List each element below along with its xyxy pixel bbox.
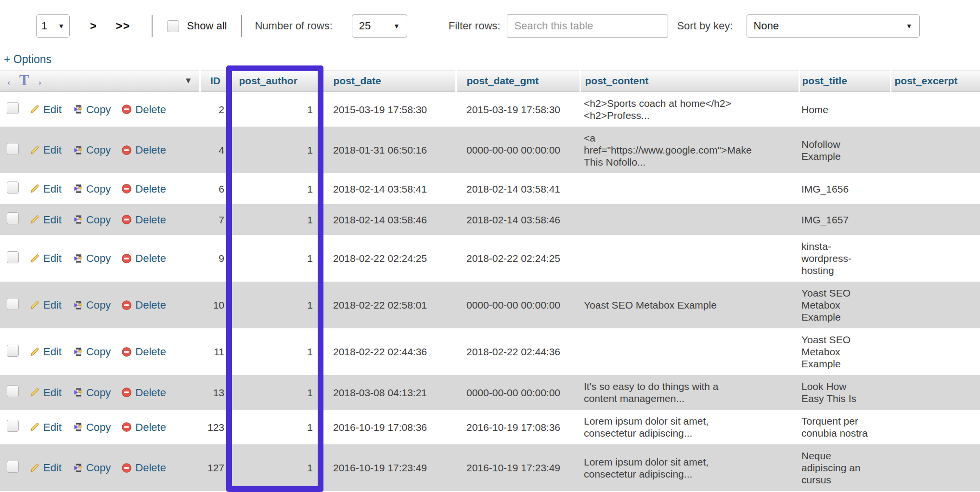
edit-link[interactable]: Edit bbox=[29, 252, 62, 264]
delete-label: Delete bbox=[135, 346, 166, 358]
show-all-checkbox[interactable] bbox=[167, 20, 179, 32]
row-checkbox[interactable] bbox=[7, 251, 19, 263]
cell-post-date: 2018-03-08 04:13:21 bbox=[322, 375, 456, 410]
row-actions-cell: Edit Copy bbox=[29, 410, 200, 444]
row-checkbox[interactable] bbox=[7, 420, 19, 432]
table-row: Edit Copy bbox=[0, 410, 980, 444]
edit-label: Edit bbox=[43, 252, 62, 264]
copy-link[interactable]: Copy bbox=[72, 104, 111, 116]
edit-link[interactable]: Edit bbox=[29, 387, 62, 399]
row-actions-cell: Edit Copy bbox=[29, 375, 200, 410]
row-checkbox[interactable] bbox=[7, 143, 19, 155]
copy-link[interactable]: Copy bbox=[72, 214, 111, 226]
next-page-button[interactable]: > bbox=[90, 20, 97, 33]
row-checkbox[interactable] bbox=[7, 181, 19, 194]
edit-link[interactable]: Edit bbox=[29, 144, 62, 156]
column-move-icon[interactable]: ←T→ bbox=[5, 73, 44, 90]
cell-post-date-gmt: 2018-02-14 03:58:41 bbox=[456, 173, 580, 204]
copy-link[interactable]: Copy bbox=[72, 421, 111, 433]
delete-link[interactable]: Delete bbox=[121, 387, 166, 399]
column-header-post-content[interactable]: post_content bbox=[580, 70, 799, 92]
cell-post-title: Look How Easy This Is bbox=[799, 375, 890, 410]
cell-id: 6 bbox=[200, 173, 231, 204]
row-actions-cell: Edit Copy bbox=[29, 127, 200, 173]
column-header-post-excerpt[interactable]: post_excerpt bbox=[890, 70, 980, 92]
copy-label: Copy bbox=[86, 214, 111, 226]
table-row: Edit Copy bbox=[0, 375, 980, 410]
delete-link[interactable]: Delete bbox=[121, 104, 166, 116]
column-header-post-title[interactable]: post_title bbox=[799, 70, 890, 92]
copy-link[interactable]: Copy bbox=[72, 387, 111, 399]
delete-label: Delete bbox=[135, 421, 166, 433]
cell-post-date-gmt: 2016-10-19 17:23:49 bbox=[456, 444, 580, 491]
column-header-post-date[interactable]: post_date bbox=[322, 70, 456, 92]
filter-rows-label: Filter rows: bbox=[449, 20, 501, 32]
row-checkbox-cell bbox=[0, 444, 29, 491]
delete-label: Delete bbox=[135, 104, 166, 116]
row-checkbox[interactable] bbox=[7, 345, 19, 357]
copy-link[interactable]: Copy bbox=[72, 346, 111, 358]
row-checkbox[interactable] bbox=[7, 461, 19, 473]
cell-post-excerpt bbox=[890, 127, 980, 173]
cell-post-date: 2018-01-31 06:50:16 bbox=[322, 127, 456, 173]
delete-icon bbox=[121, 214, 132, 225]
results-table: ←T→ ▼ ID post_author post_date post_date… bbox=[0, 70, 980, 491]
show-all-label: Show all bbox=[187, 20, 227, 32]
cell-post-author: 1 bbox=[231, 173, 322, 204]
column-header-post-date-gmt[interactable]: post_date_gmt bbox=[456, 70, 580, 92]
delete-link[interactable]: Delete bbox=[121, 214, 166, 226]
edit-link[interactable]: Edit bbox=[29, 183, 62, 195]
delete-link[interactable]: Delete bbox=[121, 421, 166, 433]
delete-link[interactable]: Delete bbox=[121, 299, 166, 311]
options-triangle-icon[interactable]: ▼ bbox=[184, 76, 193, 86]
row-checkbox-cell bbox=[0, 282, 29, 328]
row-checkbox[interactable] bbox=[7, 102, 19, 114]
edit-link[interactable]: Edit bbox=[29, 346, 62, 358]
edit-link[interactable]: Edit bbox=[29, 214, 62, 226]
edit-label: Edit bbox=[43, 104, 62, 116]
cell-id: 7 bbox=[200, 204, 231, 235]
row-checkbox[interactable] bbox=[7, 298, 19, 310]
edit-label: Edit bbox=[43, 144, 62, 156]
row-checkbox[interactable] bbox=[7, 212, 19, 224]
copy-link[interactable]: Copy bbox=[72, 183, 111, 195]
row-checkbox-cell bbox=[0, 235, 29, 282]
edit-link[interactable]: Edit bbox=[29, 462, 62, 474]
table-row: Edit Copy bbox=[0, 204, 980, 235]
page-select[interactable]: 1 ▼ bbox=[36, 14, 70, 38]
options-toggle[interactable]: + Options bbox=[4, 53, 52, 66]
delete-link[interactable]: Delete bbox=[121, 462, 166, 474]
last-page-button[interactable]: >> bbox=[116, 20, 130, 33]
edit-link[interactable]: Edit bbox=[29, 421, 62, 433]
copy-label: Copy bbox=[86, 387, 111, 399]
chevron-down-icon: ▼ bbox=[393, 22, 400, 30]
number-of-rows-select[interactable]: 25 ▼ bbox=[352, 14, 407, 38]
edit-link[interactable]: Edit bbox=[29, 299, 62, 311]
row-checkbox[interactable] bbox=[7, 385, 19, 397]
column-header-id[interactable]: ID bbox=[200, 70, 231, 92]
delete-link[interactable]: Delete bbox=[121, 252, 166, 264]
copy-link[interactable]: Copy bbox=[72, 299, 111, 311]
cell-post-date-gmt: 2016-10-19 17:08:36 bbox=[456, 410, 580, 444]
cell-post-content bbox=[580, 173, 799, 204]
sort-by-key-select[interactable]: None ▼ bbox=[747, 14, 920, 38]
column-header-post-author[interactable]: post_author bbox=[231, 70, 322, 92]
edit-link[interactable]: Edit bbox=[29, 104, 62, 116]
header-actions-cell: ←T→ ▼ bbox=[0, 70, 200, 92]
cell-post-title: Torquent per conubia nostra bbox=[799, 410, 890, 444]
copy-link[interactable]: Copy bbox=[72, 252, 111, 264]
copy-link[interactable]: Copy bbox=[72, 144, 111, 156]
table-row: Edit Copy bbox=[0, 127, 980, 173]
filter-input[interactable] bbox=[507, 14, 668, 38]
cell-id: 9 bbox=[200, 235, 231, 282]
delete-link[interactable]: Delete bbox=[121, 346, 166, 358]
copy-link[interactable]: Copy bbox=[72, 462, 111, 474]
number-of-rows-value: 25 bbox=[359, 20, 371, 32]
edit-label: Edit bbox=[43, 299, 62, 311]
cell-post-author: 1 bbox=[231, 282, 322, 328]
cell-post-author: 1 bbox=[231, 328, 322, 375]
delete-link[interactable]: Delete bbox=[121, 183, 166, 195]
edit-label: Edit bbox=[43, 214, 62, 226]
delete-icon bbox=[121, 422, 132, 432]
delete-link[interactable]: Delete bbox=[121, 144, 166, 156]
